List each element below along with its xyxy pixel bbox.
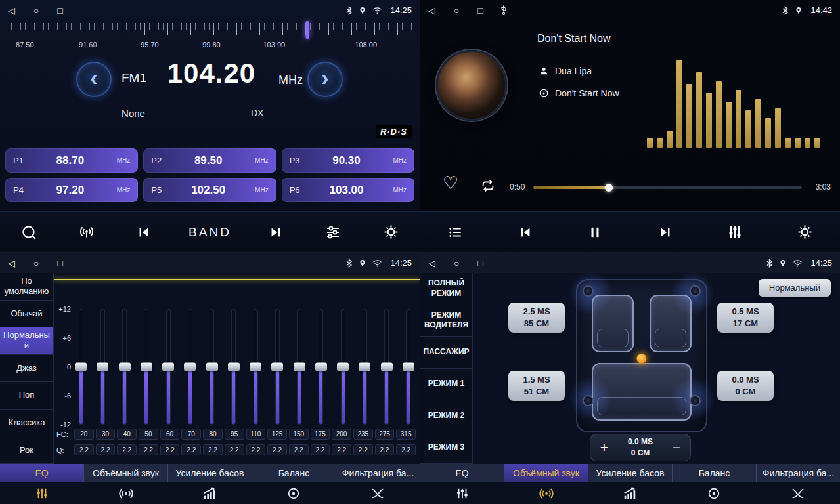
frequency-indicator[interactable] bbox=[306, 21, 309, 39]
tab-bass-boost[interactable]: Усиление басов bbox=[588, 464, 673, 482]
back-icon[interactable]: ◁ bbox=[8, 258, 15, 268]
eq-preset-item[interactable]: Нормальный bbox=[0, 327, 53, 355]
pause-button[interactable] bbox=[582, 225, 608, 240]
tab-bass-boost[interactable]: Усиление басов bbox=[168, 464, 252, 482]
preset-button[interactable]: P497.20MHz bbox=[5, 178, 138, 202]
tab-eq[interactable]: EQ bbox=[420, 464, 504, 482]
eq-band-slider[interactable] bbox=[294, 309, 305, 425]
slider-handle[interactable] bbox=[359, 363, 370, 371]
eq-band-slider[interactable] bbox=[381, 309, 393, 425]
crossover-icon[interactable] bbox=[756, 482, 840, 504]
rear-right-delay-card[interactable]: 0.0 MS 0 CM bbox=[717, 371, 774, 401]
slider-handle[interactable] bbox=[337, 363, 349, 371]
recents-icon[interactable]: □ bbox=[57, 258, 62, 268]
eq-band-slider[interactable] bbox=[75, 309, 87, 425]
next-station-button[interactable] bbox=[263, 225, 289, 240]
eq-sliders-icon[interactable] bbox=[420, 482, 504, 504]
progress-handle[interactable] bbox=[605, 184, 613, 192]
increase-delay-button[interactable]: + bbox=[590, 440, 618, 455]
tune-down-button[interactable]: ‹ bbox=[76, 62, 112, 97]
listening-position-dot[interactable] bbox=[637, 354, 647, 364]
recents-icon[interactable]: □ bbox=[477, 5, 483, 16]
tab-filter[interactable]: Фильтрация ба... bbox=[757, 464, 840, 482]
surround-sound-icon[interactable] bbox=[504, 482, 588, 504]
recents-icon[interactable]: □ bbox=[477, 258, 483, 268]
previous-station-button[interactable] bbox=[131, 225, 157, 240]
back-icon[interactable]: ◁ bbox=[428, 258, 435, 268]
front-left-speaker-icon[interactable] bbox=[583, 285, 594, 297]
eq-band-slider[interactable] bbox=[315, 309, 327, 425]
eq-band-slider[interactable] bbox=[337, 309, 349, 425]
eq-preset-item[interactable]: Поп bbox=[0, 382, 53, 410]
surround-mode-item[interactable]: ПОЛНЫЙ РЕЖИМ bbox=[420, 273, 472, 305]
eq-preset-item[interactable]: По умолчанию bbox=[0, 273, 53, 301]
slider-handle[interactable] bbox=[141, 363, 152, 371]
favorite-button[interactable]: ♡ bbox=[443, 175, 458, 192]
eq-band-slider[interactable] bbox=[271, 309, 283, 425]
home-icon[interactable]: ○ bbox=[33, 5, 39, 16]
slider-handle[interactable] bbox=[184, 363, 196, 371]
equalizer-button[interactable] bbox=[722, 224, 748, 240]
tab-filter[interactable]: Фильтрация ба... bbox=[336, 464, 420, 482]
slider-handle[interactable] bbox=[403, 363, 414, 371]
eq-band-slider[interactable] bbox=[250, 309, 261, 425]
previous-track-button[interactable] bbox=[512, 225, 539, 240]
slider-handle[interactable] bbox=[75, 363, 87, 371]
surround-mode-item[interactable]: РЕЖИМ 3 bbox=[420, 432, 472, 465]
slider-handle[interactable] bbox=[271, 363, 283, 371]
preset-button[interactable]: P289.50MHz bbox=[143, 148, 276, 173]
preset-button[interactable]: P5102.50MHz bbox=[143, 178, 276, 202]
tab-surround-sound[interactable]: Объёмный звук bbox=[504, 464, 588, 482]
settings-gear-button[interactable] bbox=[792, 224, 818, 240]
eq-preset-item[interactable]: Обычай bbox=[0, 301, 53, 328]
seek-bar[interactable] bbox=[533, 186, 802, 189]
bass-boost-icon[interactable] bbox=[588, 482, 673, 504]
surround-mode-item[interactable]: РЕЖИМ ВОДИТЕЛЯ bbox=[420, 305, 472, 337]
slider-handle[interactable] bbox=[250, 363, 261, 371]
tab-eq[interactable]: EQ bbox=[0, 464, 84, 482]
home-icon[interactable]: ○ bbox=[33, 258, 39, 268]
front-left-delay-card[interactable]: 2.5 MS 85 CM bbox=[508, 303, 565, 333]
slider-handle[interactable] bbox=[97, 363, 108, 371]
slider-handle[interactable] bbox=[206, 363, 218, 371]
rear-right-speaker-icon[interactable] bbox=[690, 395, 701, 406]
home-icon[interactable]: ○ bbox=[454, 5, 459, 16]
eq-band-slider[interactable] bbox=[141, 309, 152, 425]
eq-band-slider[interactable] bbox=[184, 309, 196, 425]
home-icon[interactable]: ○ bbox=[454, 258, 459, 268]
tab-balance[interactable]: Баланс bbox=[252, 464, 336, 482]
back-icon[interactable]: ◁ bbox=[428, 5, 435, 16]
slider-handle[interactable] bbox=[315, 363, 327, 371]
back-icon[interactable]: ◁ bbox=[8, 5, 15, 16]
front-right-delay-card[interactable]: 0.5 MS 17 CM bbox=[717, 303, 774, 333]
surround-mode-item[interactable]: ПАССАЖИР bbox=[420, 337, 472, 369]
surround-sound-icon[interactable] bbox=[84, 482, 168, 504]
settings-gear-button[interactable] bbox=[378, 224, 404, 240]
eq-band-slider[interactable] bbox=[119, 309, 131, 425]
band-button[interactable]: BAND bbox=[188, 225, 231, 240]
preset-button[interactable]: P6103.00MHz bbox=[282, 178, 414, 202]
eq-band-slider[interactable] bbox=[162, 309, 174, 425]
rear-left-delay-card[interactable]: 1.5 MS 51 CM bbox=[508, 371, 565, 401]
eq-band-slider[interactable] bbox=[206, 309, 218, 425]
broadcast-button[interactable] bbox=[74, 224, 100, 241]
eq-band-slider[interactable] bbox=[228, 309, 240, 425]
slider-handle[interactable] bbox=[119, 363, 131, 371]
eq-preset-item[interactable]: Джаз bbox=[0, 355, 53, 383]
surround-mode-item[interactable]: РЕЖИМ 1 bbox=[420, 369, 472, 401]
surround-mode-item[interactable]: РЕЖИМ 2 bbox=[420, 400, 472, 432]
scan-button[interactable] bbox=[16, 224, 42, 241]
eq-sliders-icon[interactable] bbox=[0, 482, 84, 504]
recents-icon[interactable]: □ bbox=[57, 5, 62, 16]
eq-preset-item[interactable]: Классика bbox=[0, 410, 53, 437]
crossover-icon[interactable] bbox=[336, 482, 420, 504]
preset-button[interactable]: P188.70MHz bbox=[5, 148, 138, 173]
surround-preset-button[interactable]: Нормальный bbox=[759, 279, 831, 297]
bass-boost-icon[interactable] bbox=[168, 482, 252, 504]
balance-icon[interactable] bbox=[252, 482, 336, 504]
tab-surround-sound[interactable]: Объёмный звук bbox=[84, 464, 168, 482]
slider-handle[interactable] bbox=[162, 363, 174, 371]
audio-settings-button[interactable] bbox=[320, 224, 346, 240]
tab-balance[interactable]: Баланс bbox=[673, 464, 757, 482]
next-track-button[interactable] bbox=[652, 225, 678, 240]
